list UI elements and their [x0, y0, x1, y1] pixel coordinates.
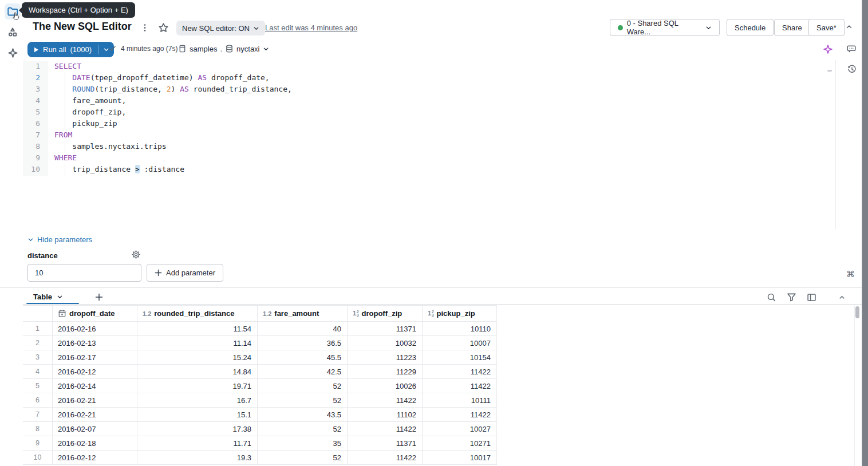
- table-cell[interactable]: 52: [258, 379, 348, 393]
- column-header-dropoff-date[interactable]: dropoff_date: [53, 306, 137, 321]
- tab-table[interactable]: Table: [26, 289, 70, 304]
- warehouse-selector[interactable]: 0 - Shared SQL Ware...: [610, 19, 720, 36]
- table-cell[interactable]: 10111: [423, 393, 497, 407]
- table-cell[interactable]: 2016-02-07: [53, 422, 137, 436]
- table-cell[interactable]: 11422: [423, 379, 497, 393]
- hide-parameters-toggle[interactable]: Hide parameters: [27, 235, 92, 244]
- table-cell[interactable]: 10271: [423, 436, 497, 450]
- code-line-row[interactable]: 4 fare_amount,: [23, 95, 836, 106]
- table-cell[interactable]: 11422: [348, 422, 423, 436]
- code-line-row[interactable]: 10 trip_distance > :distance: [23, 164, 836, 175]
- more-actions-button[interactable]: [141, 23, 149, 32]
- row-number-cell[interactable]: 3: [23, 350, 53, 364]
- parameter-settings-button[interactable]: [131, 250, 141, 259]
- table-cell[interactable]: 36.5: [258, 336, 348, 350]
- code-line-row[interactable]: 9WHERE: [23, 152, 836, 164]
- add-parameter-button[interactable]: Add parameter: [147, 264, 223, 282]
- workflows-nav-button[interactable]: [5, 24, 21, 40]
- code-line-row[interactable]: 1SELECT: [23, 61, 836, 72]
- table-cell[interactable]: 45.5: [258, 350, 348, 364]
- row-number-cell[interactable]: 5: [23, 379, 53, 393]
- table-cell[interactable]: 11371: [348, 436, 423, 450]
- row-number-cell[interactable]: 1: [23, 322, 53, 335]
- filter-results-button[interactable]: [786, 291, 797, 303]
- run-all-button[interactable]: Run all (1000): [27, 42, 98, 57]
- table-cell[interactable]: 15.1: [137, 408, 258, 421]
- assistant-button[interactable]: [823, 44, 833, 54]
- window-scrollbar[interactable]: [862, 0, 868, 466]
- new-editor-toggle[interactable]: New SQL editor: ON: [176, 21, 265, 35]
- column-header-pickup-zip[interactable]: 123 pickup_zip: [423, 306, 497, 321]
- row-number-cell[interactable]: 4: [23, 365, 53, 378]
- row-number-cell[interactable]: 2: [23, 336, 53, 350]
- row-number-cell[interactable]: 8: [23, 422, 53, 436]
- code-line-row[interactable]: 5 dropoff_zip,: [23, 106, 836, 118]
- table-cell[interactable]: 2016-02-13: [53, 336, 137, 350]
- table-cell[interactable]: 19.71: [137, 379, 258, 393]
- code-line-row[interactable]: 2 DATE(tpep_dropoff_datetime) AS dropoff…: [23, 72, 836, 84]
- table-cell[interactable]: 11.71: [137, 436, 258, 450]
- schedule-button[interactable]: Schedule: [727, 19, 774, 36]
- table-cell[interactable]: 11102: [348, 408, 423, 421]
- table-cell[interactable]: 16.7: [137, 393, 258, 407]
- code-line-row[interactable]: 3 ROUND(trip_distance, 2) AS rounded_tri…: [23, 84, 836, 95]
- table-cell[interactable]: 2016-02-21: [53, 408, 137, 421]
- table-cell[interactable]: 2016-02-12: [53, 451, 137, 464]
- table-cell[interactable]: 40: [258, 322, 348, 335]
- search-results-button[interactable]: [766, 291, 777, 303]
- add-visualization-button[interactable]: [93, 291, 105, 303]
- table-cell[interactable]: 11422: [348, 451, 423, 464]
- table-cell[interactable]: 11422: [423, 408, 497, 421]
- editor-scrollbar-track[interactable]: [835, 60, 836, 230]
- table-cell[interactable]: 35: [258, 436, 348, 450]
- table-cell[interactable]: 2016-02-18: [53, 436, 137, 450]
- results-scrollbar-thumb[interactable]: [855, 306, 859, 318]
- column-header-fare-amount[interactable]: 1.2 fare_amount: [258, 306, 348, 321]
- editor-scrollbar-thumb[interactable]: [827, 70, 832, 72]
- assistant-nav-button[interactable]: [5, 45, 21, 61]
- row-number-cell[interactable]: 7: [23, 408, 53, 421]
- table-cell[interactable]: 11.14: [137, 336, 258, 350]
- table-cell[interactable]: 10017: [423, 451, 497, 464]
- column-header-rounded-trip-distance[interactable]: 1.2 rounded_trip_distance: [137, 306, 258, 321]
- column-header-dropoff-zip[interactable]: 123 dropoff_zip: [348, 306, 423, 321]
- sql-code-editor[interactable]: 1SELECT2 DATE(tpep_dropoff_datetime) AS …: [23, 61, 836, 175]
- parameter-value-input[interactable]: [27, 264, 141, 282]
- table-cell[interactable]: 2016-02-16: [53, 322, 137, 335]
- code-line-row[interactable]: 6 pickup_zip: [23, 118, 836, 129]
- comments-button[interactable]: [846, 44, 857, 54]
- collapse-header-button[interactable]: [845, 23, 853, 31]
- table-cell[interactable]: 11422: [348, 393, 423, 407]
- table-cell[interactable]: 52: [258, 422, 348, 436]
- save-button[interactable]: Save*: [808, 19, 845, 36]
- table-cell[interactable]: 2016-02-14: [53, 379, 137, 393]
- table-cell[interactable]: 52: [258, 393, 348, 407]
- table-cell[interactable]: 2016-02-17: [53, 350, 137, 364]
- row-number-cell[interactable]: 9: [23, 436, 53, 450]
- table-cell[interactable]: 14.84: [137, 365, 258, 378]
- table-cell[interactable]: 15.24: [137, 350, 258, 364]
- table-cell[interactable]: 42.5: [258, 365, 348, 378]
- table-cell[interactable]: 11223: [348, 350, 423, 364]
- favorite-button[interactable]: [158, 22, 169, 33]
- expand-results-button[interactable]: [836, 291, 847, 303]
- table-cell[interactable]: 10027: [423, 422, 497, 436]
- code-line-row[interactable]: 7FROM: [23, 129, 836, 141]
- row-number-cell[interactable]: 10: [23, 451, 53, 464]
- version-history-button[interactable]: [847, 64, 857, 74]
- table-cell[interactable]: 10032: [348, 336, 423, 350]
- table-cell[interactable]: 10110: [423, 322, 497, 335]
- catalog-schema-breadcrumb[interactable]: samples . nyctaxi: [178, 44, 269, 53]
- table-cell[interactable]: 43.5: [258, 408, 348, 421]
- layout-panel-button[interactable]: [806, 291, 817, 303]
- table-cell[interactable]: 10007: [423, 336, 497, 350]
- table-cell[interactable]: 11371: [348, 322, 423, 335]
- table-cell[interactable]: 2016-02-12: [53, 365, 137, 378]
- table-cell[interactable]: 10154: [423, 350, 497, 364]
- table-cell[interactable]: 11422: [423, 365, 497, 378]
- table-cell[interactable]: 11229: [348, 365, 423, 378]
- table-cell[interactable]: 2016-02-21: [53, 393, 137, 407]
- table-cell[interactable]: 52: [258, 451, 348, 464]
- share-button[interactable]: Share: [774, 19, 810, 36]
- table-cell[interactable]: 11.54: [137, 322, 258, 335]
